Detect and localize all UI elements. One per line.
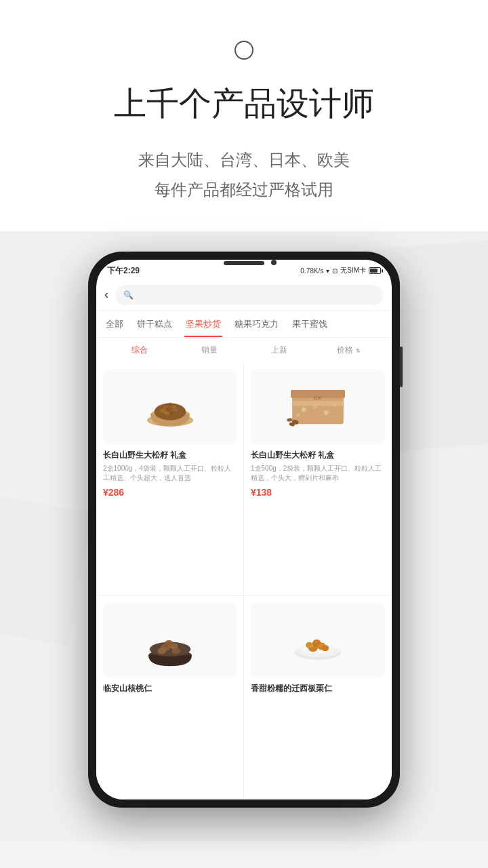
sub-line2: 每件产品都经过严格试用 — [155, 180, 333, 199]
status-right: 0.78K/s ▾ ⊡ 无SIM卡 — [300, 266, 381, 275]
product-image-2: 松籽 — [251, 370, 385, 444]
category-tab-dried[interactable]: 果干蜜饯 — [291, 311, 329, 337]
price-sort-arrow: ⇅ — [356, 348, 361, 354]
sort-tabs: 综合 销量 上新 价格 ⇅ — [96, 338, 392, 363]
search-box[interactable]: 🔍 — [115, 285, 384, 305]
pine-nuts-bowl-svg — [140, 376, 201, 437]
svg-point-17 — [324, 410, 329, 415]
phone-camera — [271, 260, 277, 265]
svg-point-30 — [171, 648, 180, 654]
bg-shape-left — [0, 494, 92, 646]
svg-point-10 — [167, 403, 172, 406]
back-button[interactable]: ‹ — [104, 288, 108, 302]
svg-point-16 — [313, 405, 317, 408]
product-grid: 长白山野生大松籽 礼盒 2盒1000g，4袋装，颗颗人工开口、粒粒人工精选、个头… — [96, 363, 392, 800]
sort-tab-sales[interactable]: 销量 — [174, 342, 244, 359]
phone-speaker — [224, 261, 264, 265]
top-section: 上千个产品设计师 来自大陆、台湾、日本、欧美 每件产品都经过严格试用 — [0, 0, 488, 231]
product-item-2[interactable]: 松籽 长白山野生大松籽 礼盒 1盒500g，2袋装，颗颗人工开口、粒粒人工精选，… — [244, 363, 392, 596]
svg-point-29 — [157, 648, 165, 654]
product-desc-2: 1盒500g，2袋装，颗颗人工开口、粒粒人工精选，个头大，赠剁片和麻布 — [251, 464, 385, 483]
category-tabs: 全部 饼干糕点 坚果炒货 糖果巧克力 果干蜜饯 — [96, 311, 392, 338]
svg-point-39 — [310, 645, 313, 648]
category-tab-cookies[interactable]: 饼干糕点 — [136, 311, 174, 337]
sim-label: 无SIM卡 — [340, 266, 366, 275]
svg-text:松籽: 松籽 — [314, 396, 322, 400]
svg-point-18 — [333, 403, 337, 407]
phone-screen: 下午2:29 0.78K/s ▾ ⊡ 无SIM卡 ‹ 🔍 — [96, 260, 392, 800]
product-name-1: 长白山野生大松籽 礼盒 — [103, 450, 237, 461]
product-image-4 — [251, 603, 385, 677]
phone-area: 下午2:29 0.78K/s ▾ ⊡ 无SIM卡 ‹ 🔍 — [0, 231, 488, 842]
product-image-1 — [103, 370, 237, 444]
status-time: 下午2:29 — [107, 265, 140, 277]
product-image-3 — [103, 603, 237, 677]
category-tab-all[interactable]: 全部 — [104, 311, 125, 337]
sub-line1: 来自大陆、台湾、日本、欧美 — [138, 151, 350, 169]
svg-point-15 — [302, 408, 306, 412]
main-title: 上千个产品设计师 — [27, 83, 461, 125]
product-item-4[interactable]: 香甜粉糯的迁西板栗仁 — [244, 596, 392, 800]
subtitle: 来自大陆、台湾、日本、欧美 每件产品都经过严格试用 — [27, 145, 461, 203]
walnut-bowl-svg — [140, 613, 201, 667]
search-icon: 🔍 — [123, 290, 134, 300]
search-header: ‹ 🔍 — [96, 279, 392, 311]
category-tab-nuts[interactable]: 坚果炒货 — [184, 311, 222, 337]
product-name-4: 香甜粉糯的迁西板栗仁 — [251, 683, 385, 694]
battery-icon — [369, 267, 381, 274]
sort-tab-comprehensive[interactable]: 综合 — [104, 342, 174, 359]
sort-tab-price[interactable]: 价格 ⇅ — [314, 342, 384, 359]
svg-point-40 — [319, 644, 322, 646]
phone-mockup: 下午2:29 0.78K/s ▾ ⊡ 无SIM卡 ‹ 🔍 — [88, 252, 400, 808]
svg-point-41 — [314, 641, 318, 643]
gift-box-svg: 松籽 — [284, 380, 352, 434]
product-name-2: 长白山野生大松籽 礼盒 — [251, 450, 385, 461]
phone-side-button — [400, 347, 403, 387]
product-price-2: ¥138 — [251, 487, 385, 498]
battery-fill — [370, 269, 378, 273]
chestnut-plate-svg — [287, 610, 348, 671]
circle-icon — [235, 41, 253, 60]
product-item-3[interactable]: 临安山核桃仁 — [96, 596, 244, 800]
wifi-icon: ▾ — [326, 267, 329, 275]
svg-point-22 — [287, 418, 293, 422]
product-price-1: ¥286 — [103, 487, 237, 498]
product-desc-1: 2盒1000g，4袋装，颗颗人工开口、粒粒人工精选、个头超大，送人首选 — [103, 464, 237, 483]
svg-point-19 — [296, 414, 300, 417]
network-speed: 0.78K/s — [300, 267, 323, 275]
product-item-1[interactable]: 长白山野生大松籽 礼盒 2盒1000g，4袋装，颗颗人工开口、粒粒人工精选、个头… — [96, 363, 244, 596]
product-name-3: 临安山核桃仁 — [103, 683, 237, 694]
signal-icon: ⊡ — [332, 267, 338, 275]
svg-point-38 — [321, 645, 329, 651]
sort-tab-new[interactable]: 上新 — [244, 342, 314, 359]
category-tab-candy[interactable]: 糖果巧克力 — [233, 311, 280, 337]
